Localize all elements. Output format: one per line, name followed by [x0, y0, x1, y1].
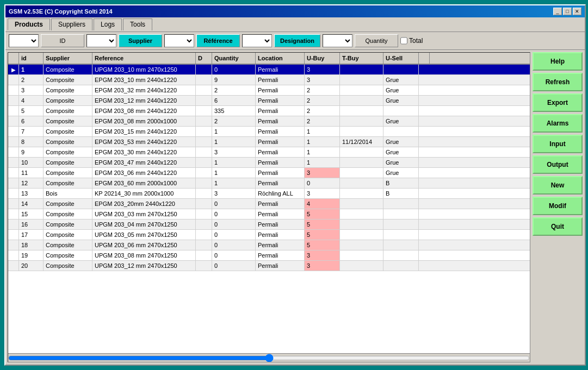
row-indicator: [8, 116, 19, 126]
col-usell[interactable]: U-Sell: [383, 53, 419, 64]
h-scrollbar-slider[interactable]: [8, 355, 530, 361]
close-button[interactable]: ✕: [573, 8, 581, 15]
reference-button[interactable]: Référence: [196, 34, 240, 47]
table-row[interactable]: 7 Composite EPGM 203_15 mm 2440x1220 1 P…: [8, 127, 530, 137]
cell-tbuy: [340, 147, 383, 157]
cell-quantity: 1: [212, 168, 256, 178]
row-indicator: [8, 137, 19, 147]
table-row[interactable]: 6 Composite EPGM 203_08 mm 2000x1000 2 P…: [8, 116, 530, 127]
table-row[interactable]: 19 Composite UPGM 203_08 mm 2470x1250 0 …: [8, 250, 530, 261]
cell-ubuy: 0: [305, 178, 340, 188]
modif-button[interactable]: Modif: [533, 197, 583, 215]
cell-ubuy: 3: [305, 65, 340, 74]
cell-reference: UPGM 203_05 mm 2470x1250: [92, 230, 196, 240]
col-ubuy[interactable]: U-Buy: [305, 53, 340, 64]
cell-location: Permali: [256, 168, 305, 178]
minimize-button[interactable]: _: [553, 8, 562, 15]
col-tbuy[interactable]: T-Buy: [340, 53, 383, 64]
content-area: id Supplier Reference D Quantity Locatio…: [5, 50, 585, 365]
cell-location: Permali: [256, 85, 305, 95]
cell-tbuy: 11/12/2014: [340, 137, 383, 147]
table-row[interactable]: 16 Composite UPGM 203_04 mm 2470x1250 0 …: [8, 220, 530, 230]
filter2-select[interactable]: [86, 34, 116, 47]
input-button[interactable]: Input: [533, 135, 583, 153]
cell-quantity: 1: [212, 127, 256, 136]
cell-d: [196, 240, 212, 250]
table-row[interactable]: 9 Composite EPGM 203_30 mm 2440x1220 3 P…: [8, 147, 530, 158]
cell-tbuy: [340, 168, 383, 178]
col-quantity[interactable]: Quantity: [212, 53, 256, 64]
table-row[interactable]: 10 Composite EPGM 203_47 mm 2440x1220 1 …: [8, 158, 530, 168]
table-row[interactable]: 12 Composite EPGM 203_60 mm 2000x1000 1 …: [8, 178, 530, 189]
new-button[interactable]: New: [533, 176, 583, 195]
cell-usell: B: [383, 178, 419, 188]
cell-id: 7: [19, 127, 44, 136]
cell-ubuy: 3: [305, 75, 340, 85]
cell-location: Permali: [256, 261, 305, 271]
table-row[interactable]: 14 Composite EPGM 203_20mm 2440x1220 0 P…: [8, 199, 530, 209]
cell-location: Permali: [256, 199, 305, 209]
cell-quantity: 6: [212, 96, 256, 105]
cell-reference: UPGM 203_12 mm 2470x1250: [92, 261, 196, 271]
cell-supplier: Composite: [44, 147, 92, 157]
tab-suppliers[interactable]: Suppliers: [51, 18, 92, 30]
cell-tbuy: [340, 158, 383, 167]
col-id[interactable]: id: [19, 53, 44, 64]
table-row[interactable]: 17 Composite UPGM 203_05 mm 2470x1250 0 …: [8, 230, 530, 240]
total-checkbox[interactable]: [400, 34, 407, 47]
cell-location: Permali: [256, 75, 305, 85]
title-bar: GSM v2.53E (C) Copyright Solti 2014 _ □ …: [5, 5, 585, 17]
table-row[interactable]: 8 Composite EPGM 203_53 mm 2440x1220 1 P…: [8, 137, 530, 147]
cell-reference: EPGM 203_15 mm 2440x1220: [92, 127, 196, 136]
cell-tbuy: [340, 199, 383, 209]
export-button[interactable]: Export: [533, 93, 583, 112]
cell-quantity: 1: [212, 158, 256, 167]
alarms-button[interactable]: Alarms: [533, 114, 583, 133]
table-row[interactable]: 2 Composite EPGM 203_10 mm 2440x1220 9 P…: [8, 75, 530, 85]
refresh-button[interactable]: Refresh: [533, 73, 583, 91]
quit-button[interactable]: Quit: [533, 217, 583, 236]
table-row[interactable]: 4 Composite EPGM 203_12 mm 2440x1220 6 P…: [8, 96, 530, 106]
filter1-select[interactable]: [9, 34, 39, 47]
tab-tools[interactable]: Tools: [123, 18, 152, 30]
filter5-select[interactable]: [323, 34, 352, 47]
table-row[interactable]: 20 Composite UPGM 203_12 mm 2470x1250 0 …: [8, 261, 530, 271]
cell-supplier: Composite: [44, 250, 92, 260]
cell-quantity: 3: [212, 189, 256, 198]
cell-ubuy: 4: [305, 199, 340, 209]
cell-usell: Grue: [383, 137, 419, 147]
table-row[interactable]: 11 Composite EPGM 203_06 mm 2440x1220 1 …: [8, 168, 530, 178]
cell-location: Permali: [256, 178, 305, 188]
filter3-select[interactable]: [164, 34, 194, 47]
row-indicator: [8, 189, 19, 198]
tab-products[interactable]: Products: [8, 18, 50, 30]
cell-d: [196, 116, 212, 126]
table-row[interactable]: 5 Composite EPGM 203_08 mm 2440x1220 335…: [8, 106, 530, 116]
cell-tbuy: [340, 261, 383, 271]
cell-ubuy: 3: [305, 189, 340, 198]
cell-usell: Grue: [383, 85, 419, 95]
id-button[interactable]: ID: [41, 34, 84, 47]
tab-logs[interactable]: Logs: [94, 18, 122, 30]
table-row[interactable]: 15 Composite UPGM 203_03 mm 2470x1250 0 …: [8, 209, 530, 220]
table-row[interactable]: 13 Bois KP 20214_30 mm 2000x1000 3 Röchl…: [8, 189, 530, 199]
designation-button[interactable]: Designation: [274, 34, 320, 47]
table-row[interactable]: ▶ 1 Composite UPGM 203_10 mm 2470x1250 0…: [8, 65, 530, 75]
output-button[interactable]: Output: [533, 155, 583, 174]
supplier-button[interactable]: Supplier: [119, 34, 162, 47]
table-row[interactable]: 3 Composite EPGM 203_32 mm 2440x1220 2 P…: [8, 85, 530, 96]
cell-supplier: Composite: [44, 220, 92, 229]
cell-reference: EPGM 203_12 mm 2440x1220: [92, 96, 196, 105]
row-indicator: [8, 209, 19, 219]
filter4-select[interactable]: [242, 34, 272, 47]
cell-tbuy: [340, 96, 383, 105]
cell-id: 12: [19, 178, 44, 188]
help-button[interactable]: Help: [533, 52, 583, 71]
col-supplier[interactable]: Supplier: [44, 53, 92, 64]
maximize-button[interactable]: □: [563, 8, 572, 15]
col-reference[interactable]: Reference: [92, 53, 196, 64]
col-location[interactable]: Location: [256, 53, 305, 64]
quantity-button[interactable]: Quantity: [355, 34, 398, 47]
table-row[interactable]: 18 Composite UPGM 203_06 mm 2470x1250 0 …: [8, 240, 530, 250]
horizontal-scrollbar[interactable]: [8, 353, 530, 362]
